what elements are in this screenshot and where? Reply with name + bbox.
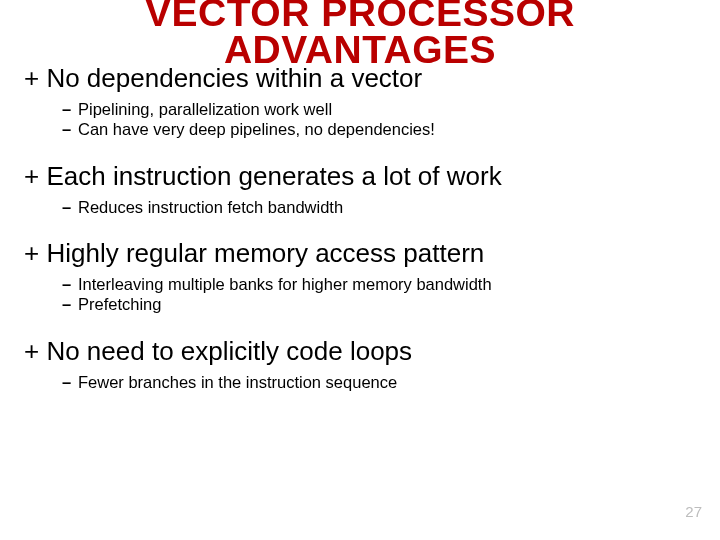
dash-icon: – [62, 197, 78, 218]
sub-list-4: – Fewer branches in the instruction sequ… [62, 372, 696, 393]
dash-icon: – [62, 372, 78, 393]
bullet-heading-4: + No need to explicitly code loops [24, 337, 696, 366]
sub-bullet-text: Fewer branches in the instruction sequen… [78, 372, 397, 393]
bullet-heading-3: + Highly regular memory access pattern [24, 239, 696, 268]
sub-bullet: – Prefetching [62, 294, 696, 315]
sub-bullet-text: Prefetching [78, 294, 161, 315]
bullet-heading-1: + No dependencies within a vector [24, 64, 696, 93]
sub-bullet-text: Reduces instruction fetch bandwidth [78, 197, 343, 218]
sub-bullet: – Interleaving multiple banks for higher… [62, 274, 696, 295]
sub-list-1: – Pipelining, parallelization work well … [62, 99, 696, 140]
page-number: 27 [685, 503, 702, 520]
sub-bullet-text: Interleaving multiple banks for higher m… [78, 274, 492, 295]
slide-title: VECTOR PROCESSOR ADVANTAGES [24, 0, 696, 68]
sub-list-3: – Interleaving multiple banks for higher… [62, 274, 696, 315]
bullet-heading-2: + Each instruction generates a lot of wo… [24, 162, 696, 191]
sub-list-2: – Reduces instruction fetch bandwidth [62, 197, 696, 218]
sub-bullet: – Fewer branches in the instruction sequ… [62, 372, 696, 393]
title-line-1: VECTOR PROCESSOR [24, 0, 696, 31]
slide: VECTOR PROCESSOR ADVANTAGES + No depende… [0, 0, 720, 534]
sub-bullet: – Reduces instruction fetch bandwidth [62, 197, 696, 218]
sub-bullet-text: Pipelining, parallelization work well [78, 99, 332, 120]
dash-icon: – [62, 294, 78, 315]
sub-bullet-text: Can have very deep pipelines, no depende… [78, 119, 435, 140]
sub-bullet: – Pipelining, parallelization work well [62, 99, 696, 120]
dash-icon: – [62, 274, 78, 295]
sub-bullet: – Can have very deep pipelines, no depen… [62, 119, 696, 140]
dash-icon: – [62, 99, 78, 120]
dash-icon: – [62, 119, 78, 140]
